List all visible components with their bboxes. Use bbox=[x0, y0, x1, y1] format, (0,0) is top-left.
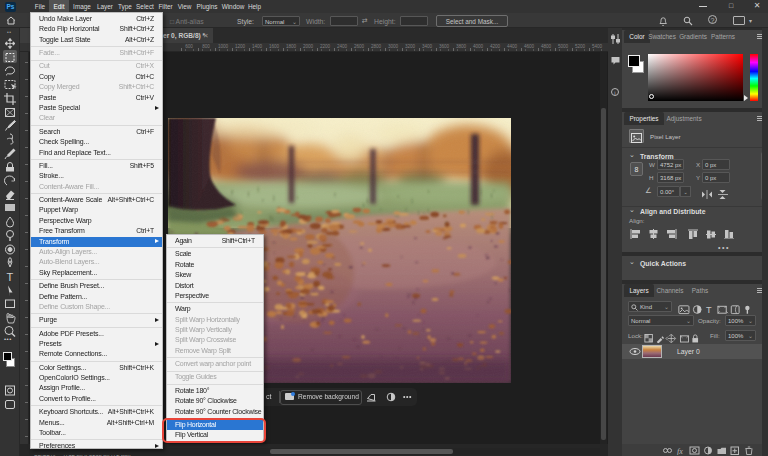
svg-text:T: T bbox=[7, 271, 14, 283]
svg-text:T: T bbox=[706, 305, 712, 315]
svg-text:fx: fx bbox=[677, 447, 683, 456]
